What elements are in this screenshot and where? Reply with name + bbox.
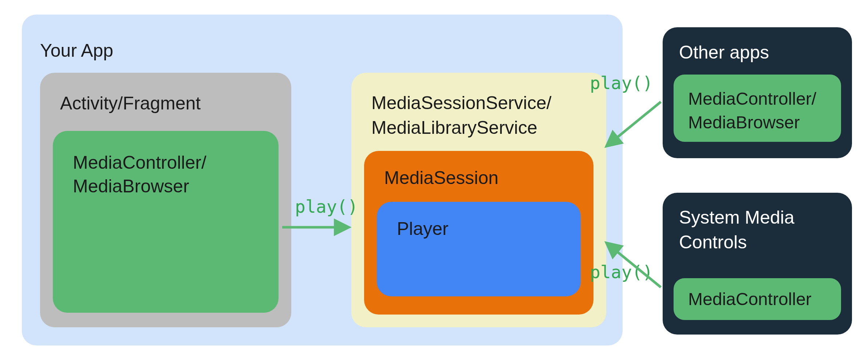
media-service-title: MediaSessionService/ MediaLibraryService: [371, 91, 552, 140]
player-box: Player: [377, 202, 581, 296]
play-label-bottom-right: play(): [590, 262, 653, 282]
system-controls-controller-label: MediaController: [688, 289, 812, 309]
play-label-top-right: play(): [590, 73, 653, 93]
player-label: Player: [397, 218, 449, 239]
app-media-controller-box: MediaController/ MediaBrowser: [53, 131, 279, 313]
system-controls-title: System Media Controls: [679, 205, 794, 255]
app-media-controller-label: MediaController/ MediaBrowser: [73, 151, 206, 198]
other-apps-controller-box: MediaController/ MediaBrowser: [674, 75, 841, 142]
system-controls-controller-box: MediaController: [674, 278, 841, 320]
play-label-left: play(): [295, 196, 358, 217]
diagram-canvas: Your App Activity/Fragment MediaControll…: [0, 0, 868, 360]
activity-fragment-box: Activity/Fragment MediaController/ Media…: [40, 73, 291, 327]
activity-fragment-title: Activity/Fragment: [60, 93, 201, 114]
your-app-title: Your App: [40, 40, 113, 61]
media-service-box: MediaSessionService/ MediaLibraryService…: [351, 73, 606, 327]
media-session-box: MediaSession Player: [364, 151, 593, 315]
media-session-label: MediaSession: [384, 167, 498, 188]
other-apps-controller-label: MediaController/ MediaBrowser: [688, 87, 816, 135]
other-apps-box: Other apps MediaController/ MediaBrowser: [663, 27, 852, 158]
other-apps-title: Other apps: [679, 42, 769, 63]
your-app-container: Your App Activity/Fragment MediaControll…: [22, 15, 623, 345]
system-controls-box: System Media Controls MediaController: [663, 193, 852, 335]
